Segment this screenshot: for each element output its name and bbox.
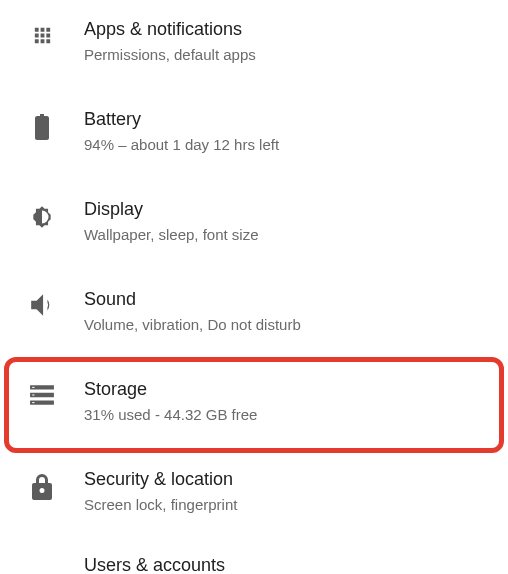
item-text: Users & accounts: [84, 554, 225, 574]
item-text: Security & location Screen lock, fingerp…: [84, 468, 237, 515]
settings-item-battery[interactable]: Battery 94% – about 1 day 12 hrs left: [0, 90, 508, 180]
item-text: Battery 94% – about 1 day 12 hrs left: [84, 108, 279, 155]
settings-item-security[interactable]: Security & location Screen lock, fingerp…: [0, 450, 508, 540]
svg-rect-2: [32, 402, 34, 403]
settings-item-title: Security & location: [84, 468, 237, 491]
svg-rect-0: [32, 387, 34, 388]
settings-item-subtitle: Permissions, default apps: [84, 45, 256, 65]
item-text: Storage 31% used - 44.32 GB free: [84, 378, 257, 425]
item-text: Apps & notifications Permissions, defaul…: [84, 18, 256, 65]
settings-item-title: Storage: [84, 378, 257, 401]
settings-item-display[interactable]: Display Wallpaper, sleep, font size: [0, 180, 508, 270]
settings-item-storage[interactable]: Storage 31% used - 44.32 GB free: [0, 360, 508, 450]
storage-icon: [22, 378, 62, 406]
settings-item-title: Users & accounts: [84, 554, 225, 574]
settings-item-subtitle: 31% used - 44.32 GB free: [84, 405, 257, 425]
settings-item-subtitle: Screen lock, fingerprint: [84, 495, 237, 515]
settings-item-title: Battery: [84, 108, 279, 131]
item-text: Sound Volume, vibration, Do not disturb: [84, 288, 301, 335]
settings-item-sound[interactable]: Sound Volume, vibration, Do not disturb: [0, 270, 508, 360]
settings-item-users[interactable]: Users & accounts: [0, 540, 508, 574]
settings-item-title: Display: [84, 198, 259, 221]
battery-icon: [22, 108, 62, 140]
apps-icon: [22, 18, 62, 47]
item-text: Display Wallpaper, sleep, font size: [84, 198, 259, 245]
settings-item-subtitle: Wallpaper, sleep, font size: [84, 225, 259, 245]
svg-rect-1: [32, 394, 34, 395]
sound-icon: [22, 288, 62, 316]
settings-item-title: Sound: [84, 288, 301, 311]
settings-list: Apps & notifications Permissions, defaul…: [0, 0, 508, 574]
settings-item-subtitle: Volume, vibration, Do not disturb: [84, 315, 301, 335]
settings-item-title: Apps & notifications: [84, 18, 256, 41]
lock-icon: [22, 468, 62, 500]
brightness-icon: [22, 198, 62, 230]
settings-item-apps[interactable]: Apps & notifications Permissions, defaul…: [0, 0, 508, 90]
settings-item-subtitle: 94% – about 1 day 12 hrs left: [84, 135, 279, 155]
